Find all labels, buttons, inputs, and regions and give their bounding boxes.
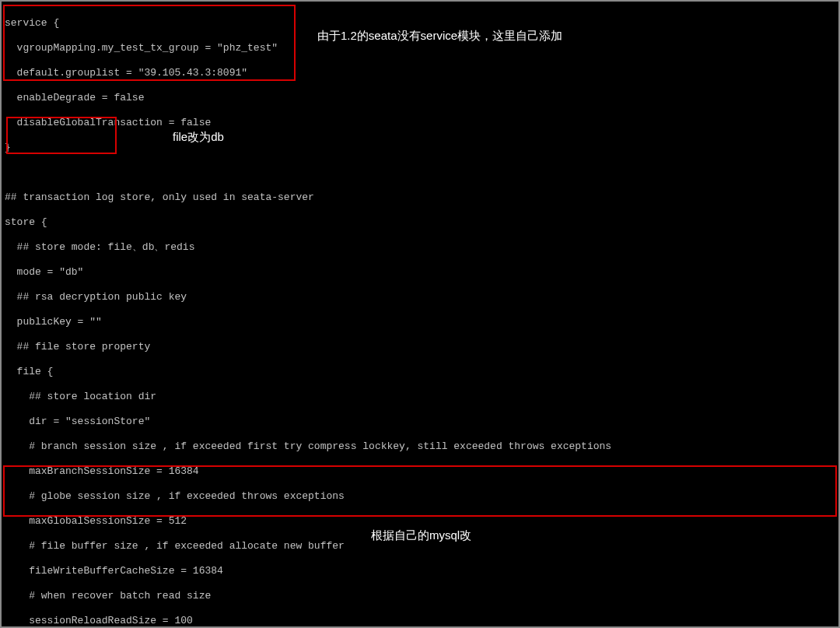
code-line: # globe session size , if exceeded throw… [5,490,835,503]
annotation-service: 由于1.2的seata没有service模块，这里自己添加 [317,30,562,42]
code-line: ## transaction log store, only used in s… [5,191,835,204]
code-line: ## rsa decryption public key [5,291,835,303]
annotation-mode: file改为db [173,131,224,143]
code-line: file { [5,366,835,378]
code-line: service { [5,17,835,30]
code-line: maxGlobalSessionSize = 512 [5,515,835,528]
code-line: # when recover batch read size [5,590,835,602]
code-line: # file buffer size , if exceeded allocat… [5,540,835,553]
code-line: fileWriteBufferCacheSize = 16384 [5,565,835,577]
code-line [5,167,835,179]
code-line: ## store mode: file、db、redis [5,241,835,254]
code-line: } [5,142,835,154]
annotation-mysql: 根据自己的mysql改 [371,529,471,542]
code-line: default.grouplist = "39.105.43.3:8091" [5,67,835,79]
code-line: mode = "db" [5,266,835,279]
code-line: store { [5,216,835,229]
code-line: enableDegrade = false [5,92,835,104]
code-line: dir = "sessionStore" [5,416,835,428]
code-line: ## file store property [5,341,835,353]
code-line: publicKey = "" [5,316,835,328]
code-line: # branch session size , if exceeded firs… [5,440,835,453]
code-line: maxBranchSessionSize = 16384 [5,465,835,478]
code-line: sessionReloadReadSize = 100 [5,615,835,627]
code-line: vgroupMapping.my_test_tx_group = "phz_te… [5,42,835,54]
code-line: ## store location dir [5,391,835,403]
code-line: disableGlobalTransaction = false [5,117,835,129]
